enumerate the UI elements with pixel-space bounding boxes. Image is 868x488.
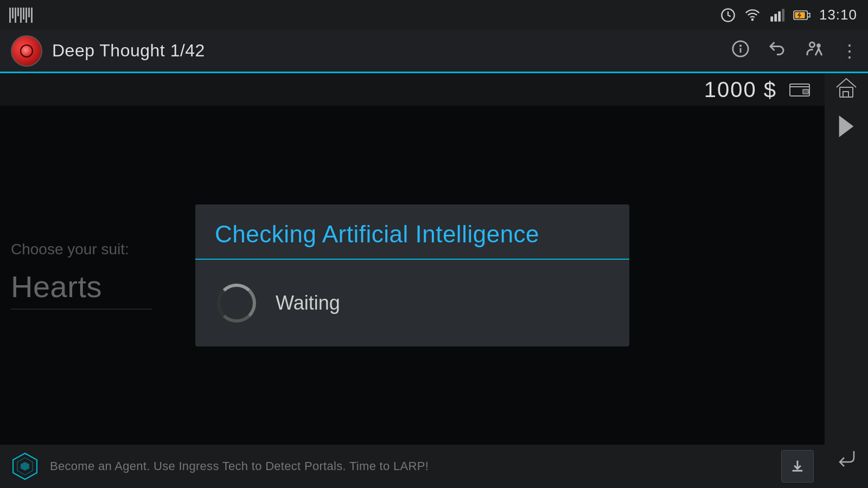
svg-rect-3 <box>774 14 777 21</box>
dialog-body: Waiting <box>195 260 629 346</box>
barcode-icon <box>11 5 30 25</box>
barcode-area <box>11 5 30 25</box>
toolbar-actions: ⋮ <box>731 39 857 62</box>
right-sidebar <box>825 30 868 488</box>
svg-rect-17 <box>843 92 848 97</box>
svg-rect-4 <box>778 11 781 22</box>
waiting-text: Waiting <box>276 292 340 314</box>
home-button[interactable] <box>832 73 860 101</box>
loading-spinner <box>217 284 256 323</box>
marquee-text: Become an Agent. Use Ingress Tech to Det… <box>50 459 770 473</box>
spinner-container <box>215 281 258 325</box>
more-menu-button[interactable]: ⋮ <box>841 41 857 61</box>
logo-inner <box>20 44 33 57</box>
status-indicators: 13:10 <box>720 7 857 23</box>
battery-icon <box>793 8 810 23</box>
status-bar: 13:10 <box>0 0 868 30</box>
toolbar: Deep Thought 1/42 <box>0 30 868 73</box>
bottom-logo <box>11 452 39 480</box>
wifi-icon <box>744 8 761 23</box>
svg-rect-5 <box>782 9 784 21</box>
back-button[interactable] <box>767 39 787 62</box>
svg-point-13 <box>818 44 820 47</box>
wallet-icon[interactable] <box>786 75 814 104</box>
app-logo <box>11 35 42 67</box>
dialog-title: Checking Artificial Intelligence <box>215 221 539 247</box>
main-content: Choose your suit: Hearts Checking Artifi… <box>0 106 825 445</box>
download-button[interactable] <box>781 450 814 483</box>
svg-point-1 <box>752 19 753 20</box>
dialog-overlay: Checking Artificial Intelligence Waiting <box>0 106 825 445</box>
guide-button[interactable] <box>804 39 824 62</box>
svg-rect-2 <box>770 16 773 21</box>
currency-bar: 1000 $ <box>0 73 825 106</box>
svg-marker-18 <box>839 115 854 137</box>
svg-point-11 <box>810 42 815 47</box>
return-button[interactable] <box>832 444 860 472</box>
svg-rect-15 <box>803 89 808 94</box>
currency-amount: 1000 $ <box>704 78 777 102</box>
navigate-button[interactable] <box>832 112 860 140</box>
clock-icon <box>720 8 736 23</box>
toolbar-title: Deep Thought 1/42 <box>52 41 731 61</box>
bottom-bar: Become an Agent. Use Ingress Tech to Det… <box>0 445 825 488</box>
clock-display: 13:10 <box>819 7 857 23</box>
ai-dialog: Checking Artificial Intelligence Waiting <box>195 204 629 346</box>
info-button[interactable] <box>731 40 750 62</box>
svg-marker-21 <box>21 462 29 471</box>
signal-icon <box>769 8 784 23</box>
dialog-header: Checking Artificial Intelligence <box>195 204 629 260</box>
